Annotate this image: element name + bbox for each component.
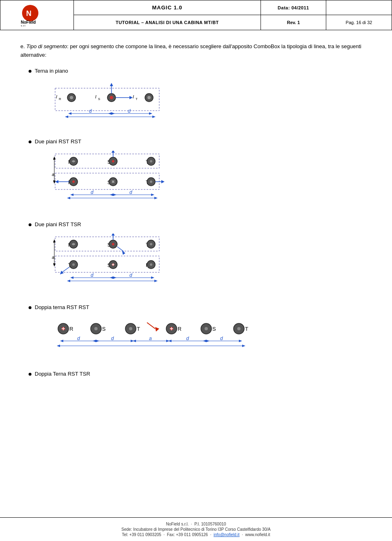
svg-text:R: R — [69, 326, 73, 332]
doc-title: TUTORIAL – ANALISI DI UNA CABINA MT/BT — [74, 15, 261, 30]
svg-marker-149 — [93, 340, 96, 342]
svg-point-142 — [237, 327, 241, 330]
svg-marker-153 — [133, 340, 136, 342]
svg-point-126 — [94, 327, 98, 330]
svg-text:T: T — [245, 326, 248, 332]
diagram-due-piani-rst-rst: a R S T — [51, 151, 165, 208]
svg-marker-75 — [154, 197, 158, 199]
svg-marker-46 — [111, 151, 115, 153]
svg-point-98 — [72, 263, 75, 266]
svg-marker-132 — [155, 327, 159, 332]
svg-point-18 — [147, 96, 151, 99]
svg-marker-165 — [57, 345, 60, 347]
main-content: e. Tipo di segmento: per ogni segmento c… — [0, 30, 392, 388]
bullet-doppia-terna-rst-rst: Doppia terna RST RST R S — [29, 304, 372, 367]
svg-line-99 — [62, 267, 69, 272]
intro-text: : per ogni segmento che compone la linea… — [20, 43, 361, 58]
svg-text:R: R — [59, 97, 61, 101]
svg-marker-162 — [239, 340, 242, 342]
svg-text:d: d — [128, 108, 131, 114]
app-name: MAGIC 1.0 — [74, 0, 261, 15]
bullet-label-4: Doppia terna RST RST — [35, 304, 89, 310]
svg-text:d: d — [91, 272, 94, 278]
svg-text:N: N — [26, 9, 31, 18]
bullet-due-piani-rst-rst: Due piani RST RST a R — [29, 138, 372, 218]
date-label: Data: 04/2011 — [261, 0, 326, 15]
svg-marker-166 — [242, 345, 245, 347]
svg-marker-90 — [111, 234, 115, 236]
svg-point-8 — [70, 96, 73, 99]
svg-line-131 — [147, 323, 155, 329]
svg-text:a: a — [52, 172, 54, 177]
diagram-terna-piano: I R I S I T — [51, 80, 165, 125]
bullet-terna-piano: Terna in piano I R I S — [29, 68, 372, 135]
svg-point-108 — [150, 263, 152, 266]
svg-marker-30 — [65, 116, 68, 118]
svg-marker-31 — [152, 116, 156, 118]
section-letter: e. — [20, 43, 26, 49]
svg-marker-110 — [70, 276, 74, 279]
svg-marker-157 — [168, 340, 172, 342]
svg-point-52 — [72, 180, 75, 183]
svg-text:I: I — [133, 94, 134, 99]
svg-marker-114 — [110, 276, 113, 279]
svg-point-62 — [150, 180, 152, 183]
svg-line-91 — [117, 247, 124, 252]
diagram-doppia-terna-rst-rst: R S T — [51, 316, 267, 357]
page-footer: NoField s.r.l. · P.I. 10105760010 Sede: … — [0, 517, 392, 541]
svg-text:d: d — [186, 336, 189, 341]
bullet-label-2: Due piani RST RST — [35, 138, 81, 145]
footer-address: Sede: Incubatore di Imprese del Politecn… — [8, 527, 384, 532]
bullet-dot-4 — [29, 306, 31, 309]
svg-marker-27 — [149, 112, 152, 115]
svg-marker-66 — [70, 194, 74, 196]
svg-text:d: d — [220, 336, 223, 341]
svg-marker-54 — [55, 180, 58, 183]
svg-marker-161 — [203, 340, 206, 342]
bullet-label-1: Terna in piano — [35, 68, 68, 74]
bullet-label-5: Doppia Terna RST TSR — [35, 371, 90, 377]
bullet-doppia-terna-rst-tsr: Doppia Terna RST TSR — [29, 371, 372, 377]
svg-marker-115 — [151, 276, 154, 279]
bullet-due-piani-rst-tsr: Due piani RST TSR a R — [29, 221, 372, 301]
svg-text:d: d — [111, 336, 114, 341]
svg-text:I: I — [56, 94, 57, 99]
svg-point-139 — [205, 327, 208, 330]
svg-text:d: d — [89, 108, 92, 114]
svg-marker-118 — [67, 280, 70, 282]
svg-point-88 — [112, 243, 114, 245]
svg-marker-22 — [68, 112, 71, 115]
svg-point-129 — [129, 327, 132, 330]
svg-text:a: a — [149, 336, 152, 341]
svg-marker-119 — [154, 280, 158, 282]
svg-point-95 — [150, 243, 152, 245]
svg-text:T: T — [137, 326, 140, 332]
svg-marker-14 — [129, 96, 133, 99]
svg-point-44 — [112, 160, 114, 163]
bullet-dot-1 — [29, 70, 31, 73]
svg-marker-71 — [151, 194, 154, 196]
svg-text:d: d — [77, 336, 80, 341]
rev-label: Rev. 1 — [261, 15, 326, 30]
svg-text:R: R — [178, 326, 181, 332]
footer-contact: Tel: +39 011 0903205 · Fax: +39 011 0905… — [8, 532, 384, 537]
svg-text:a: a — [52, 255, 54, 260]
diagram-due-piani-rst-tsr: a R S T — [51, 234, 165, 291]
svg-marker-64 — [161, 180, 165, 183]
svg-text:d: d — [129, 189, 132, 195]
svg-text:NoField: NoField — [21, 20, 36, 24]
company-logo: N NoField s.r.l. — [0, 0, 74, 30]
bullet-label-3: Due piani RST TSR — [35, 221, 81, 227]
svg-text:T: T — [136, 97, 138, 101]
svg-text:S: S — [102, 326, 106, 332]
page-header: N NoField s.r.l. MAGIC 1.0 Data: 04/2011… — [0, 0, 392, 30]
svg-text:I: I — [95, 94, 96, 99]
svg-marker-20 — [110, 83, 113, 86]
svg-text:S: S — [212, 326, 216, 332]
svg-marker-70 — [110, 194, 113, 196]
footer-email[interactable]: info@nofield.it — [214, 532, 240, 537]
footer-company: NoField s.r.l. · P.I. 10105760010 — [8, 522, 384, 526]
svg-text:S: S — [98, 97, 100, 101]
svg-text:d: d — [129, 272, 132, 278]
bullet-dot-2 — [29, 140, 31, 143]
